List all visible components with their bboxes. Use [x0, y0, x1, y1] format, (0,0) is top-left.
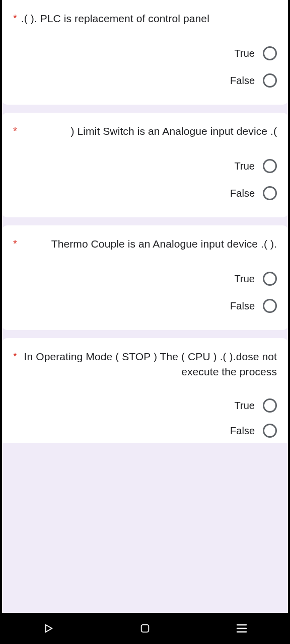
required-asterisk: *: [13, 349, 17, 363]
option-false[interactable]: False: [13, 424, 277, 438]
recent-icon[interactable]: [236, 623, 248, 633]
system-nav-bar: [0, 613, 290, 644]
question-text: .( ). PLC is replacement of control pane…: [21, 11, 277, 26]
radio-icon: [263, 299, 277, 313]
radio-icon: [263, 272, 277, 286]
question-row: * Thermo Couple is an Analogue input dev…: [13, 236, 277, 252]
radio-icon: [263, 424, 277, 438]
question-card: * ) Limit Switch is an Analogue input de…: [2, 113, 288, 217]
option-true[interactable]: True: [13, 398, 277, 413]
question-row: * In Operating Mode ( STOP ) The ( CPU )…: [13, 349, 277, 379]
question-card: * .( ). PLC is replacement of control pa…: [2, 0, 288, 105]
option-label: False: [230, 188, 255, 199]
option-true[interactable]: True: [13, 46, 277, 60]
home-icon[interactable]: [139, 623, 151, 634]
option-label: True: [235, 160, 255, 172]
svg-rect-1: [141, 625, 149, 632]
option-true[interactable]: True: [13, 159, 277, 173]
options-group: True False: [13, 46, 277, 88]
required-asterisk: *: [13, 124, 17, 138]
form-viewport: * .( ). PLC is replacement of control pa…: [0, 0, 290, 613]
option-label: True: [235, 400, 255, 412]
option-label: True: [235, 273, 255, 285]
back-icon[interactable]: [42, 622, 54, 634]
radio-icon: [263, 159, 277, 173]
question-text: ) Limit Switch is an Analogue input devi…: [21, 124, 277, 139]
radio-icon: [263, 186, 277, 200]
option-label: False: [230, 425, 255, 437]
option-false[interactable]: False: [13, 73, 277, 88]
required-asterisk: *: [13, 236, 17, 251]
question-text: Thermo Couple is an Analogue input devic…: [21, 236, 277, 252]
options-group: True False: [13, 159, 277, 200]
options-group: True False: [13, 272, 277, 313]
question-row: * ) Limit Switch is an Analogue input de…: [13, 124, 277, 139]
question-text: In Operating Mode ( STOP ) The ( CPU ) .…: [21, 349, 277, 379]
question-card: * Thermo Couple is an Analogue input dev…: [2, 225, 288, 330]
question-row: * .( ). PLC is replacement of control pa…: [13, 11, 277, 26]
option-label: True: [235, 48, 255, 59]
radio-icon: [263, 73, 277, 88]
option-label: False: [230, 300, 255, 312]
radio-icon: [263, 398, 277, 413]
option-true[interactable]: True: [13, 272, 277, 286]
option-label: False: [230, 75, 255, 87]
options-group: True False: [13, 398, 277, 438]
svg-marker-0: [46, 625, 52, 632]
radio-icon: [263, 46, 277, 60]
required-asterisk: *: [13, 11, 17, 25]
option-false[interactable]: False: [13, 186, 277, 200]
question-card: * In Operating Mode ( STOP ) The ( CPU )…: [2, 338, 288, 443]
option-false[interactable]: False: [13, 299, 277, 313]
